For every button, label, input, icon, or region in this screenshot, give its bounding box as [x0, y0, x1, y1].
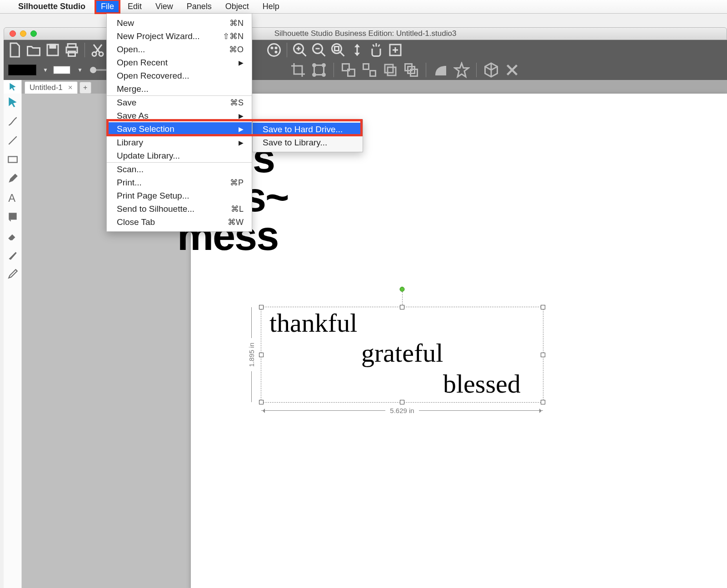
resize-handle[interactable]	[400, 305, 404, 309]
zoom-selection-icon[interactable]	[330, 42, 346, 58]
submenu-item[interactable]: Save to Library...	[253, 136, 363, 149]
menu-item[interactable]: New⌘N	[107, 16, 252, 30]
resize-handle[interactable]	[400, 400, 404, 404]
close-tab-icon[interactable]: ×	[68, 83, 73, 92]
menu-item[interactable]: Library▶	[107, 136, 252, 149]
stack-icon[interactable]	[403, 62, 419, 78]
menu-item-label: New	[117, 18, 229, 28]
menu-help[interactable]: Help	[257, 0, 285, 13]
zoom-drag-icon[interactable]	[349, 42, 365, 58]
zoom-in-icon[interactable]	[292, 42, 308, 58]
select-tool-corner[interactable]	[4, 80, 22, 94]
menu-object[interactable]: Object	[220, 0, 254, 13]
add-tab-button[interactable]: +	[80, 82, 91, 94]
eyedropper-tool-icon[interactable]	[6, 267, 20, 281]
fill-swatch[interactable]	[8, 65, 36, 75]
edit-points-icon[interactable]	[6, 115, 20, 128]
menu-item[interactable]: Save Selection▶	[107, 122, 252, 135]
crop-icon[interactable]	[290, 62, 306, 78]
menu-item-label: Open...	[117, 45, 229, 55]
app-name[interactable]: Silhouette Studio	[18, 2, 85, 11]
text-tool-icon[interactable]: A	[6, 191, 20, 204]
svg-rect-25	[385, 65, 393, 73]
menu-panels[interactable]: Panels	[181, 0, 217, 13]
menu-item[interactable]: Open Recent▶	[107, 56, 252, 69]
menu-item-label: Update Library...	[117, 151, 244, 161]
resize-handle[interactable]	[259, 353, 264, 357]
zoom-out-icon[interactable]	[311, 42, 327, 58]
fit-page-icon[interactable]	[387, 42, 403, 58]
cut-icon[interactable]	[90, 42, 106, 58]
menu-item-label: Open Recent	[117, 58, 239, 68]
eraser-tool-icon[interactable]	[6, 229, 20, 243]
open-file-icon[interactable]	[25, 42, 42, 58]
menu-item-label: Close Tab	[117, 217, 228, 227]
stroke-swatch[interactable]	[53, 65, 71, 75]
svg-rect-14	[335, 47, 339, 51]
menu-edit[interactable]: Edit	[122, 0, 147, 13]
minimize-window-icon[interactable]	[20, 30, 26, 37]
menu-item[interactable]: Print...⌘P	[107, 176, 252, 189]
shape-icon[interactable]	[433, 62, 449, 78]
cube-icon[interactable]	[483, 62, 499, 78]
menu-item-label: Scan...	[117, 164, 244, 174]
ungroup-icon[interactable]	[361, 62, 378, 78]
menu-item[interactable]: Open...⌘O	[107, 43, 252, 56]
select-tool-icon[interactable]	[6, 95, 20, 109]
menu-item[interactable]: New Project Wizard...⇧⌘N	[107, 30, 252, 43]
mac-menubar: Silhouette Studio File Edit View Panels …	[0, 0, 727, 14]
menu-item-label: Save	[117, 98, 230, 108]
svg-rect-24	[370, 71, 375, 76]
file-menu-dropdown: New⌘NNew Project Wizard...⇧⌘NOpen...⌘OOp…	[106, 14, 252, 232]
document-page[interactable]: ess his~ mess thankful grateful blessed …	[191, 94, 727, 588]
note-tool-icon[interactable]	[6, 210, 20, 224]
zoom-window-icon[interactable]	[30, 30, 37, 37]
save-icon[interactable]	[45, 42, 61, 58]
close-window-icon[interactable]	[10, 30, 16, 37]
submenu-item[interactable]: Save to Hard Drive...	[253, 123, 363, 136]
pan-icon[interactable]	[368, 42, 384, 58]
menu-item[interactable]: Update Library...	[107, 149, 252, 162]
menu-item[interactable]: Send to Silhouette...⌘L	[107, 202, 252, 215]
svg-point-13	[332, 44, 342, 54]
save-selection-submenu: Save to Hard Drive...Save to Library...	[252, 120, 363, 152]
svg-rect-32	[9, 213, 16, 219]
menu-item[interactable]: Print Page Setup...	[107, 189, 252, 202]
menu-item-label: Library	[117, 138, 239, 148]
draw-tool-icon[interactable]	[6, 172, 20, 185]
menu-item[interactable]: Close Tab⌘W	[107, 215, 252, 229]
menu-item[interactable]: Scan...	[107, 163, 252, 176]
shortcut-label: ⌘W	[228, 217, 244, 227]
new-file-icon[interactable]	[6, 42, 23, 58]
menu-item-label: Print...	[117, 178, 230, 188]
menu-item[interactable]: Merge...	[107, 82, 252, 95]
menu-file[interactable]: File	[95, 0, 120, 13]
group-icon[interactable]	[340, 62, 357, 78]
resize-handle[interactable]	[541, 305, 545, 309]
delete-icon[interactable]	[504, 62, 520, 78]
resize-handle[interactable]	[541, 400, 545, 404]
color-picker-icon[interactable]	[266, 42, 282, 58]
knife-tool-icon[interactable]	[6, 248, 20, 262]
duplicate-icon[interactable]	[382, 62, 398, 78]
shortcut-label: ⌘N	[229, 18, 244, 28]
star-icon[interactable]	[453, 62, 470, 78]
print-icon[interactable]	[64, 42, 80, 58]
resize-handle[interactable]	[541, 353, 545, 357]
selection-box[interactable]: thankful grateful blessed 5.629 in 1.895…	[261, 307, 543, 403]
tab-untitled[interactable]: Untitled-1 ×	[25, 81, 78, 94]
chevron-down-icon[interactable]: ▼	[77, 67, 83, 73]
resize-handle[interactable]	[259, 400, 264, 404]
shortcut-label: ⌘S	[230, 98, 244, 108]
transform-icon[interactable]	[311, 62, 327, 78]
rotate-handle[interactable]	[400, 287, 405, 292]
height-dimension: 1.895 in	[246, 307, 257, 402]
menu-item[interactable]: Open Recovered...	[107, 69, 252, 82]
chevron-down-icon[interactable]: ▼	[43, 67, 48, 73]
menu-item[interactable]: Save⌘S	[107, 96, 252, 109]
rectangle-tool-icon[interactable]	[6, 153, 20, 166]
line-tool-icon[interactable]	[6, 134, 20, 147]
menu-view[interactable]: View	[150, 0, 179, 13]
resize-handle[interactable]	[259, 305, 264, 309]
menu-item[interactable]: Save As▶	[107, 109, 252, 122]
